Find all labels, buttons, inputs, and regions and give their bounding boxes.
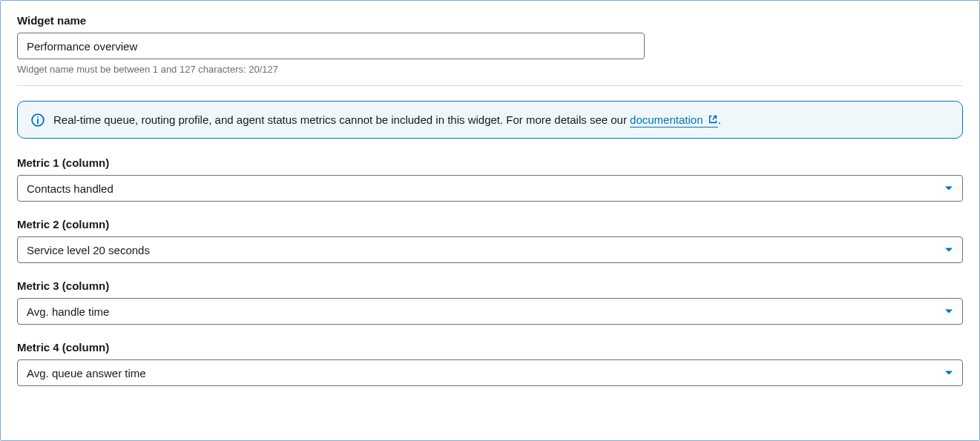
widget-config-panel: Widget name Widget name must be between … — [0, 0, 980, 441]
info-text-after: . — [718, 113, 721, 126]
info-alert-text: Real-time queue, routing profile, and ag… — [53, 112, 721, 127]
section-divider — [17, 85, 963, 86]
metric-4-value: Avg. queue answer time — [27, 367, 944, 379]
chevron-down-icon — [944, 184, 953, 193]
info-text-before: Real-time queue, routing profile, and ag… — [53, 113, 630, 126]
metric-2-label: Metric 2 (column) — [17, 218, 963, 231]
metric-2-select[interactable]: Service level 20 seconds — [17, 236, 963, 263]
metric-3-select[interactable]: Avg. handle time — [17, 298, 963, 325]
documentation-link-text: documentation — [630, 113, 703, 126]
metric-1-value: Contacts handled — [27, 182, 944, 195]
metric-1-group: Metric 1 (column) Contacts handled — [17, 156, 963, 202]
info-icon — [31, 113, 45, 127]
info-alert: Real-time queue, routing profile, and ag… — [17, 101, 963, 139]
widget-name-input[interactable] — [17, 33, 645, 59]
chevron-down-icon — [944, 368, 953, 377]
documentation-link[interactable]: documentation — [630, 113, 718, 127]
metric-3-label: Metric 3 (column) — [17, 279, 963, 292]
widget-name-helper: Widget name must be between 1 and 127 ch… — [17, 64, 963, 75]
metric-1-select[interactable]: Contacts handled — [17, 175, 963, 202]
metric-1-label: Metric 1 (column) — [17, 156, 963, 169]
metric-2-value: Service level 20 seconds — [27, 244, 944, 256]
external-link-icon — [708, 114, 718, 125]
metric-4-group: Metric 4 (column) Avg. queue answer time — [17, 341, 963, 386]
metric-3-group: Metric 3 (column) Avg. handle time — [17, 279, 963, 325]
chevron-down-icon — [944, 307, 953, 316]
chevron-down-icon — [944, 245, 953, 254]
widget-name-label: Widget name — [17, 14, 963, 27]
metric-4-select[interactable]: Avg. queue answer time — [17, 359, 963, 386]
metric-2-group: Metric 2 (column) Service level 20 secon… — [17, 218, 963, 263]
metric-3-value: Avg. handle time — [27, 305, 944, 318]
metric-4-label: Metric 4 (column) — [17, 341, 963, 354]
svg-point-2 — [37, 116, 39, 117]
widget-name-group: Widget name Widget name must be between … — [17, 14, 963, 75]
